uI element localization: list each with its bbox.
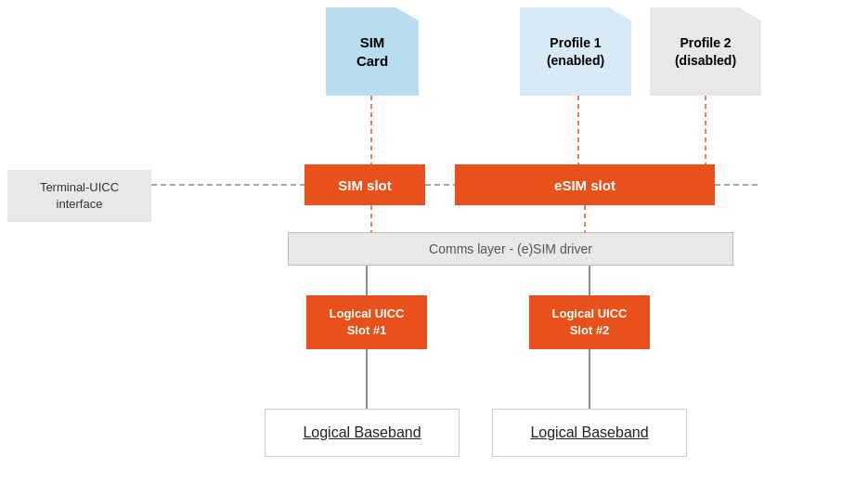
sim-slot-box: SIM slot [304, 164, 425, 205]
logical-baseband1-box: Logical Baseband [265, 409, 460, 457]
profile2-label: Profile 2(disabled) [675, 34, 736, 68]
logical-uicc1-label: Logical UICCSlot #1 [330, 306, 405, 339]
comms-layer-label: Comms layer - (e)SIM driver [429, 241, 592, 256]
sim-card: SIMCard [326, 7, 419, 96]
terminal-uicc-text: Terminal-UICC interface [40, 180, 119, 211]
diagram-container: SIMCard Profile 1(enabled) Profile 2(dis… [0, 0, 868, 482]
comms-layer-box: Comms layer - (e)SIM driver [288, 232, 733, 266]
logical-uicc1-box: Logical UICCSlot #1 [306, 295, 427, 349]
profile1-label: Profile 1(enabled) [547, 34, 604, 68]
esim-slot-label: eSIM slot [554, 177, 615, 193]
logical-uicc2-label: Logical UICCSlot #2 [552, 306, 628, 339]
profile2-card: Profile 2(disabled) [650, 7, 761, 96]
sim-slot-label: SIM slot [338, 177, 392, 193]
sim-card-label: SIMCard [356, 33, 388, 70]
logical-baseband1-label: Logical Baseband [303, 424, 421, 441]
esim-slot-box: eSIM slot [455, 164, 715, 205]
logical-baseband2-label: Logical Baseband [530, 424, 648, 441]
terminal-uicc-label: Terminal-UICC interface [7, 170, 151, 222]
logical-uicc2-box: Logical UICCSlot #2 [529, 295, 650, 349]
logical-baseband2-box: Logical Baseband [492, 409, 687, 457]
profile1-card: Profile 1(enabled) [520, 7, 631, 96]
